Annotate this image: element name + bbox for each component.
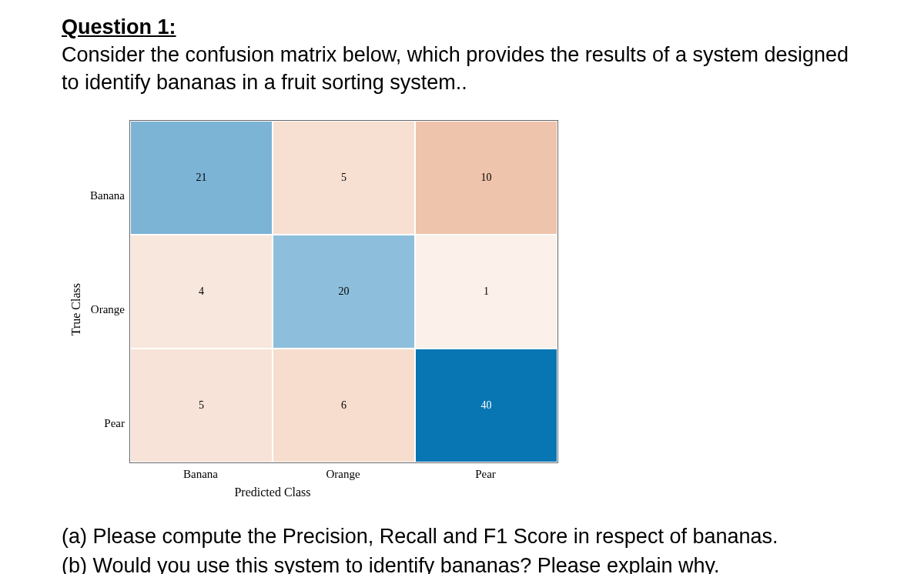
sub-questions: (a) Please compute the Precision, Recall… [62,522,862,574]
cell-0-2: 10 [415,121,557,235]
y-axis-label: True Class [69,283,83,335]
cell-1-0: 4 [130,235,273,349]
question-title: Question 1: [62,15,862,39]
cell-2-2: 40 [415,349,557,462]
cell-2-1: 6 [273,349,415,462]
col-labels: Banana Orange Pear [129,468,558,481]
question-body: Consider the confusion matrix below, whi… [62,41,862,97]
cell-0-0: 21 [130,121,273,235]
row-label-pear: Pear [86,366,129,480]
part-a: (a) Please compute the Precision, Recall… [62,522,862,552]
row-label-banana: Banana [86,138,129,252]
col-label-banana: Banana [129,468,272,481]
cell-1-2: 1 [415,235,557,349]
col-label-pear: Pear [414,468,557,481]
row-label-orange: Orange [86,252,129,366]
part-b: (b) Would you use this system to identif… [62,552,862,574]
row-labels: Banana Orange Pear [86,138,129,480]
cell-0-1: 5 [273,121,415,235]
cell-2-0: 5 [130,349,273,462]
col-label-orange: Orange [272,468,414,481]
x-axis-label: Predicted Class [0,486,558,499]
cell-1-1: 20 [273,235,415,349]
heatmap-grid: 21 5 10 4 20 1 5 6 40 [129,120,558,463]
confusion-matrix: True Class Banana Orange Pear 21 5 10 4 … [69,120,862,499]
